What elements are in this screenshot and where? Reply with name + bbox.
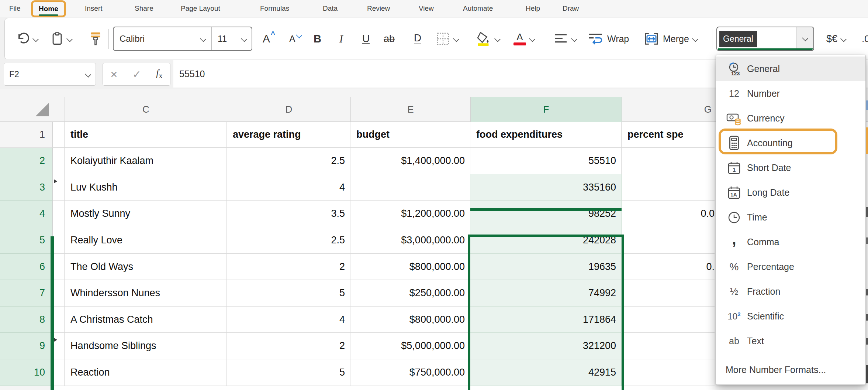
cell-C2[interactable]: Kolaiyuthir Kaalam <box>65 148 227 174</box>
cell-G8[interactable] <box>622 307 715 333</box>
cell-G2[interactable] <box>622 148 715 174</box>
cell-E5[interactable]: $3,000,000.00 <box>350 227 470 254</box>
cell-E3[interactable] <box>350 174 470 201</box>
menu-tab-help[interactable]: Help <box>526 0 540 17</box>
cell-F7[interactable]: 74992 <box>470 280 622 307</box>
strikethrough-button[interactable]: ab <box>384 27 395 50</box>
cell-G6[interactable]: 0. <box>622 254 715 280</box>
format-menu-item-number[interactable]: 12Number <box>716 81 865 106</box>
row-header-1[interactable]: 1 <box>0 122 53 148</box>
cell-B4[interactable] <box>53 201 65 227</box>
format-menu-item-long-date[interactable]: 1ALong Date <box>716 180 865 205</box>
row-header-8[interactable]: 8 <box>0 307 53 333</box>
menu-tab-view[interactable]: View <box>419 0 434 17</box>
row-header-11[interactable] <box>0 386 53 390</box>
increase-decimal-button[interactable]: .0 <box>862 27 868 50</box>
cell-G4[interactable]: 0.0 <box>622 201 715 227</box>
merge-button[interactable]: Merge <box>644 27 698 50</box>
menu-tab-share[interactable]: Share <box>135 0 153 17</box>
name-box[interactable]: F2 <box>4 63 96 86</box>
insert-function-button[interactable]: fx <box>156 68 162 81</box>
cell-C8[interactable]: A Christmas Catch <box>65 307 227 333</box>
font-color-button[interactable]: A <box>513 27 535 50</box>
cell-C4[interactable]: Mostly Sunny <box>65 201 227 227</box>
shrink-font-button[interactable]: A <box>289 27 301 50</box>
cell-E4[interactable]: $1,200,000.00 <box>350 201 470 227</box>
cell-B6[interactable] <box>53 254 65 280</box>
cell-C7[interactable]: Whindersson Nunes <box>65 280 227 307</box>
underline-button[interactable]: U <box>362 27 370 50</box>
row-header-2[interactable]: 2 <box>0 148 53 174</box>
column-header-G[interactable]: G <box>622 97 715 122</box>
cell-E10[interactable]: $750,000.00 <box>350 359 470 386</box>
format-menu-item-scientific[interactable]: 102Scientific <box>716 304 865 329</box>
confirm-button[interactable]: ✓ <box>132 68 141 81</box>
cell-D6[interactable]: 2 <box>227 254 350 280</box>
menu-tab-data[interactable]: Data <box>323 0 338 17</box>
cancel-button[interactable]: × <box>110 68 117 81</box>
cell-D8[interactable]: 4 <box>227 307 350 333</box>
cell-B2[interactable] <box>53 148 65 174</box>
cell-F9[interactable]: 321200 <box>470 333 622 359</box>
fill-color-button[interactable] <box>476 27 500 50</box>
cell-E8[interactable]: $800,000.00 <box>350 307 470 333</box>
cell-G5[interactable] <box>622 227 715 254</box>
cell-B3[interactable] <box>53 174 65 201</box>
cell-D1[interactable]: average rating <box>227 122 350 148</box>
cell-F4[interactable]: 98252 <box>470 201 622 227</box>
menu-tab-file[interactable]: File <box>9 0 21 17</box>
cell-E1[interactable]: budget <box>350 122 470 148</box>
row-header-4[interactable]: 4 <box>0 201 53 227</box>
format-menu-item-more-number-formats[interactable]: More Number Formats... <box>726 365 826 375</box>
menu-tab-insert[interactable]: Insert <box>85 0 103 17</box>
cell-F1[interactable]: food expenditures <box>470 122 622 148</box>
cell-F3[interactable]: 335160 <box>470 174 622 201</box>
column-header-C[interactable]: C <box>65 97 227 122</box>
cell-B7[interactable] <box>53 280 65 307</box>
format-painter-button[interactable] <box>89 27 103 50</box>
cell-D9[interactable]: 2 <box>227 333 350 359</box>
menu-tab-automate[interactable]: Automate <box>463 0 493 17</box>
column-header-E[interactable]: E <box>350 97 470 122</box>
menu-tab-draw[interactable]: Draw <box>563 0 579 17</box>
cell-F6[interactable]: 19635 <box>470 254 622 280</box>
cell-D3[interactable]: 4 <box>227 174 350 201</box>
cell-B5[interactable] <box>53 227 65 254</box>
cell-C3[interactable]: Luv Kushh <box>65 174 227 201</box>
cell-G10[interactable] <box>622 359 715 386</box>
cell-B10[interactable] <box>53 359 65 386</box>
double-underline-button[interactable]: D <box>414 27 421 50</box>
cell-B1[interactable] <box>53 122 65 148</box>
format-menu-item-text[interactable]: abText <box>716 329 865 353</box>
cell-D10[interactable]: 5 <box>227 359 350 386</box>
format-menu-item-accounting[interactable]: Accounting <box>716 131 865 155</box>
paste-button[interactable] <box>51 27 72 50</box>
align-button[interactable] <box>553 27 577 50</box>
cell-D7[interactable]: 5 <box>227 280 350 307</box>
format-menu-item-percentage[interactable]: %Percentage <box>716 254 865 279</box>
menu-tab-home[interactable]: Home <box>31 0 66 17</box>
number-format-combobox[interactable]: General <box>716 27 814 51</box>
cell-G7[interactable] <box>622 280 715 307</box>
font-name-select[interactable]: Calibri <box>114 34 211 44</box>
cell-B8[interactable] <box>53 307 65 333</box>
row-header-7[interactable]: 7 <box>0 280 53 307</box>
menu-tab-review[interactable]: Review <box>367 0 390 17</box>
menu-tab-page-layout[interactable]: Page Layout <box>181 0 220 17</box>
row-header-10[interactable]: 10 <box>0 359 53 386</box>
row-header-5[interactable]: 5 <box>0 227 53 254</box>
row-header-9[interactable]: 9 <box>0 333 53 359</box>
select-all-button[interactable] <box>35 103 49 116</box>
format-menu-item-time[interactable]: Time <box>716 205 865 230</box>
cell-B9[interactable] <box>53 333 65 359</box>
cell-D2[interactable]: 2.5 <box>227 148 350 174</box>
borders-button[interactable] <box>436 27 459 50</box>
menu-tab-formulas[interactable]: Formulas <box>260 0 289 17</box>
wrap-text-button[interactable]: Wrap <box>587 27 629 50</box>
cell-C10[interactable]: Reaction <box>65 359 227 386</box>
cell-E9[interactable]: $5,000,000.00 <box>350 333 470 359</box>
cell-F5[interactable]: 242028 <box>470 227 622 254</box>
cell-C9[interactable]: Handsome Siblings <box>65 333 227 359</box>
cell-E2[interactable]: $1,400,000.00 <box>350 148 470 174</box>
format-menu-item-short-date[interactable]: 1Short Date <box>716 155 865 180</box>
